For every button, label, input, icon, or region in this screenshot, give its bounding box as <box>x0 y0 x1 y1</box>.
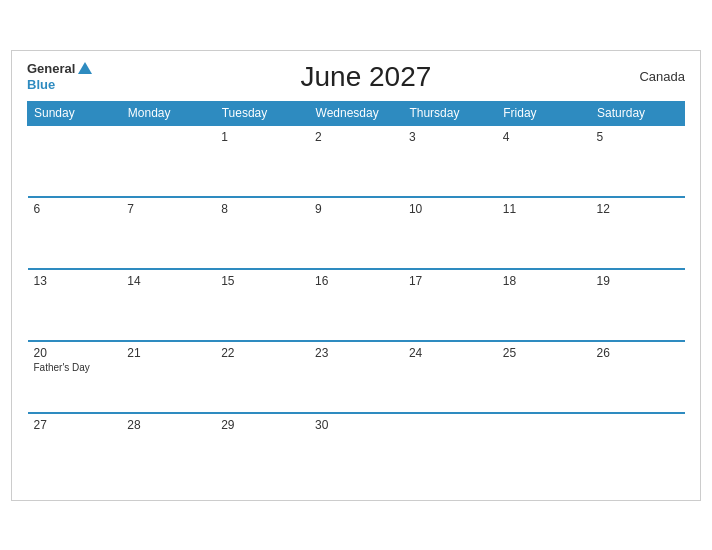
calendar-cell: 12 <box>591 197 685 269</box>
calendar-cell: 1 <box>215 125 309 197</box>
weekday-header-row: SundayMondayTuesdayWednesdayThursdayFrid… <box>28 101 685 125</box>
weekday-header-thursday: Thursday <box>403 101 497 125</box>
calendar-cell: 16 <box>309 269 403 341</box>
calendar-cell: 7 <box>121 197 215 269</box>
day-number: 14 <box>127 274 209 288</box>
calendar-week-row: 20Father's Day212223242526 <box>28 341 685 413</box>
day-number: 24 <box>409 346 491 360</box>
day-number: 20 <box>34 346 116 360</box>
day-number: 18 <box>503 274 585 288</box>
day-number: 21 <box>127 346 209 360</box>
logo-blue-text: Blue <box>27 77 92 93</box>
day-number: 19 <box>597 274 679 288</box>
logo-general-text: General <box>27 61 75 77</box>
day-number: 29 <box>221 418 303 432</box>
weekday-header-saturday: Saturday <box>591 101 685 125</box>
day-number: 6 <box>34 202 116 216</box>
calendar-cell: 21 <box>121 341 215 413</box>
calendar-week-row: 12345 <box>28 125 685 197</box>
day-number: 3 <box>409 130 491 144</box>
calendar-cell: 5 <box>591 125 685 197</box>
day-number: 22 <box>221 346 303 360</box>
day-number: 16 <box>315 274 397 288</box>
calendar-container: General Blue June 2027 Canada SundayMond… <box>11 50 701 501</box>
day-number: 4 <box>503 130 585 144</box>
day-number: 30 <box>315 418 397 432</box>
day-number: 5 <box>597 130 679 144</box>
weekday-header-tuesday: Tuesday <box>215 101 309 125</box>
day-number: 8 <box>221 202 303 216</box>
calendar-cell: 19 <box>591 269 685 341</box>
day-number: 13 <box>34 274 116 288</box>
calendar-cell: 2 <box>309 125 403 197</box>
calendar-header: General Blue June 2027 Canada <box>27 61 685 93</box>
calendar-cell: 26 <box>591 341 685 413</box>
calendar-cell: 17 <box>403 269 497 341</box>
calendar-week-row: 13141516171819 <box>28 269 685 341</box>
calendar-cell <box>497 413 591 485</box>
day-number: 28 <box>127 418 209 432</box>
calendar-cell: 13 <box>28 269 122 341</box>
calendar-cell: 18 <box>497 269 591 341</box>
day-event-label: Father's Day <box>34 362 116 373</box>
calendar-cell: 30 <box>309 413 403 485</box>
weekday-header-friday: Friday <box>497 101 591 125</box>
day-number: 1 <box>221 130 303 144</box>
calendar-cell: 3 <box>403 125 497 197</box>
calendar-cell: 20Father's Day <box>28 341 122 413</box>
logo-triangle-icon <box>78 62 92 74</box>
day-number: 27 <box>34 418 116 432</box>
day-number: 7 <box>127 202 209 216</box>
day-number: 26 <box>597 346 679 360</box>
calendar-cell: 27 <box>28 413 122 485</box>
day-number: 10 <box>409 202 491 216</box>
day-number: 11 <box>503 202 585 216</box>
calendar-cell <box>28 125 122 197</box>
calendar-cell <box>403 413 497 485</box>
calendar-cell: 25 <box>497 341 591 413</box>
calendar-cell: 29 <box>215 413 309 485</box>
day-number: 15 <box>221 274 303 288</box>
day-number: 12 <box>597 202 679 216</box>
calendar-cell: 8 <box>215 197 309 269</box>
calendar-cell: 24 <box>403 341 497 413</box>
calendar-cell: 22 <box>215 341 309 413</box>
day-number: 25 <box>503 346 585 360</box>
day-number: 23 <box>315 346 397 360</box>
calendar-week-row: 6789101112 <box>28 197 685 269</box>
calendar-cell: 23 <box>309 341 403 413</box>
calendar-cell: 9 <box>309 197 403 269</box>
calendar-cell: 11 <box>497 197 591 269</box>
country-label: Canada <box>639 69 685 84</box>
day-number: 9 <box>315 202 397 216</box>
calendar-cell: 4 <box>497 125 591 197</box>
calendar-week-row: 27282930 <box>28 413 685 485</box>
calendar-cell: 28 <box>121 413 215 485</box>
calendar-cell <box>591 413 685 485</box>
calendar-title: June 2027 <box>301 61 432 93</box>
weekday-header-monday: Monday <box>121 101 215 125</box>
calendar-cell: 10 <box>403 197 497 269</box>
weekday-header-wednesday: Wednesday <box>309 101 403 125</box>
day-number: 17 <box>409 274 491 288</box>
calendar-cell <box>121 125 215 197</box>
calendar-grid: SundayMondayTuesdayWednesdayThursdayFrid… <box>27 101 685 485</box>
calendar-cell: 14 <box>121 269 215 341</box>
weekday-header-sunday: Sunday <box>28 101 122 125</box>
calendar-cell: 6 <box>28 197 122 269</box>
day-number: 2 <box>315 130 397 144</box>
calendar-cell: 15 <box>215 269 309 341</box>
logo: General Blue <box>27 61 92 92</box>
